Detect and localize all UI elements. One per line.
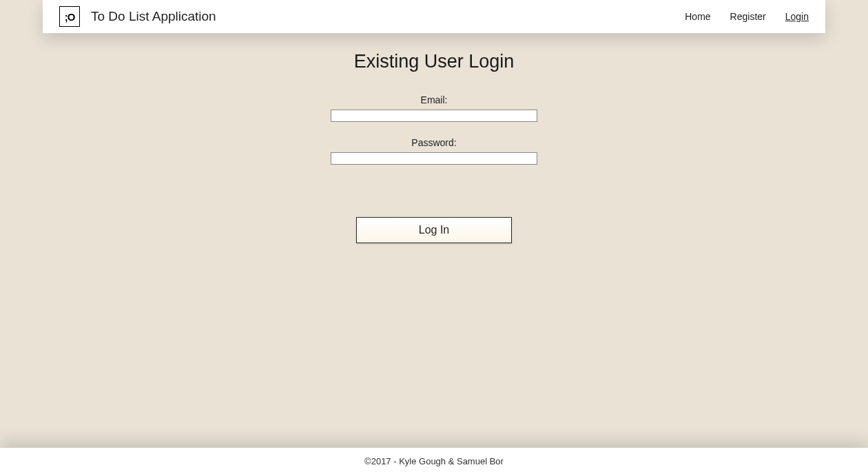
main-nav: Home Register Login — [685, 11, 809, 22]
password-label: Password: — [411, 137, 456, 148]
main-content: Existing User Login Email: Password: Log… — [0, 33, 868, 448]
email-field[interactable] — [331, 110, 537, 122]
nav-home[interactable]: Home — [685, 11, 710, 22]
logo-icon: ;O — [59, 6, 80, 27]
email-label: Email: — [421, 94, 448, 105]
password-group: Password: — [331, 137, 537, 165]
nav-login[interactable]: Login — [785, 11, 809, 22]
app-title: To Do List Application — [91, 9, 216, 24]
page-title: Existing User Login — [354, 51, 515, 72]
footer-text: ©2017 - Kyle Gough & Samuel Bor — [364, 456, 504, 466]
email-group: Email: — [331, 94, 537, 122]
logo-text: ;O — [65, 11, 75, 23]
nav-register[interactable]: Register — [730, 11, 766, 22]
password-field[interactable] — [331, 152, 537, 165]
footer-bar: ©2017 - Kyle Gough & Samuel Bor — [0, 448, 868, 474]
header-bar: ;O To Do List Application Home Register … — [43, 0, 825, 33]
login-button[interactable]: Log In — [356, 217, 512, 243]
